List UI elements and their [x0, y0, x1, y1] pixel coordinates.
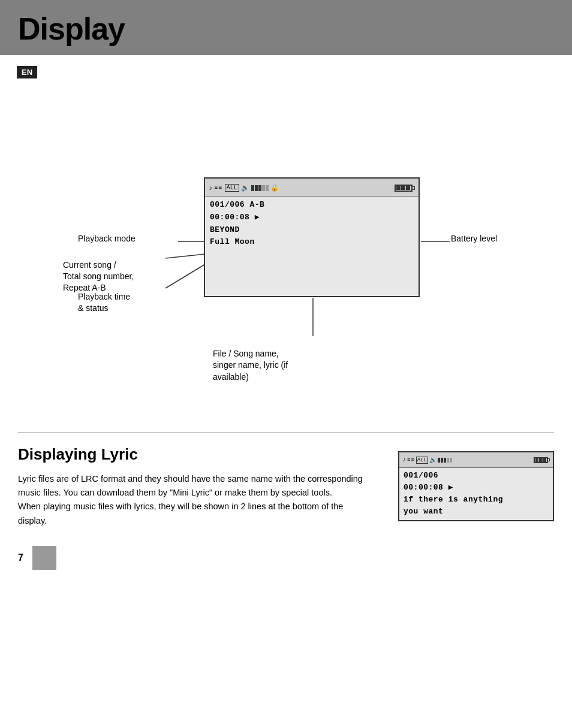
repeat-icon-2: ALL: [416, 457, 428, 464]
battery-level-label: Battery level: [451, 233, 497, 244]
screen-row-3: BEYOND: [210, 224, 414, 237]
lyric-section-body: Lyric files are of LRC format and they s…: [18, 472, 374, 528]
diagram-area: EQ mode Volume level Repeat mode Player …: [18, 84, 554, 420]
volume-bar: [251, 185, 269, 191]
screen-row-1: 001/006 A-B: [210, 199, 414, 212]
volume-bar-2: [438, 458, 452, 463]
speaker-icon-2: 🔈: [429, 457, 436, 464]
screen2-row-2: 00:00:08 ▶: [404, 482, 549, 494]
battery-icon-2: [534, 457, 550, 463]
lyric-text-block: Displaying Lyric Lyric files are of LRC …: [18, 445, 374, 528]
repeat-icon: ALL: [225, 184, 239, 192]
page-title: Display: [18, 11, 554, 47]
device-screen: ♪ ≡≡ ALL 🔈 🔒: [204, 177, 420, 297]
language-badge: EN: [17, 66, 37, 78]
eq-icon: ≡≡: [215, 185, 223, 191]
lyric-section-title: Displaying Lyric: [18, 445, 374, 464]
file-song-name-label: File / Song name, singer name, lyric (if…: [213, 336, 288, 383]
lyric-section: Displaying Lyric Lyric files are of LRC …: [0, 445, 572, 528]
section-divider: [18, 432, 554, 433]
screen2-row-3: if there is anything: [404, 494, 549, 506]
screen2-content: 001/006 00:00:08 ▶ if there is anything …: [399, 468, 553, 520]
screen-top-row: ♪ ≡≡ ALL 🔈 🔒: [205, 179, 419, 197]
screen-content: 001/006 A-B 00:00:08 ▶ BEYOND Full Moon: [205, 197, 419, 251]
music-icon: ♪: [209, 185, 213, 192]
screen2-row-4: you want: [404, 506, 549, 518]
device-screen-2: ♪ ≡≡ ALL 🔈 001/006 00:00:0: [398, 451, 554, 521]
playback-time-label: Playback time & status: [78, 280, 130, 314]
page-header: Display: [0, 0, 572, 55]
eq-icon-2: ≡≡: [407, 457, 415, 463]
screen-row-2: 00:00:08 ▶: [210, 212, 414, 224]
speaker-icon: 🔈: [241, 184, 249, 192]
page-square-decoration: [32, 546, 56, 570]
battery-icon: [395, 185, 415, 192]
svg-line-5: [165, 254, 205, 258]
screen-row-4: Full Moon: [210, 236, 414, 249]
screen2-top-row: ♪ ≡≡ ALL 🔈: [399, 452, 553, 468]
svg-line-6: [165, 264, 205, 288]
screen2-row-1: 001/006: [404, 470, 549, 482]
main-content: EQ mode Volume level Repeat mode Player …: [0, 84, 572, 433]
playback-mode-label: Playback mode: [78, 233, 136, 244]
music-icon-2: ♪: [402, 457, 406, 463]
lock-icon: 🔒: [270, 184, 279, 192]
page-number: 7: [18, 552, 23, 563]
page-footer: 7: [0, 534, 572, 582]
